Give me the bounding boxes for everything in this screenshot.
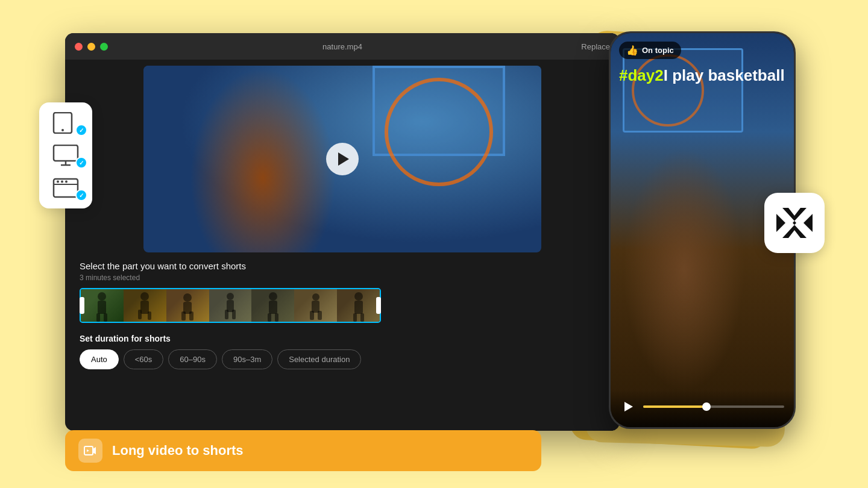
phone-play-icon — [624, 402, 633, 411]
desktop-check-badge: ✓ — [75, 157, 87, 169]
svg-rect-2 — [96, 313, 100, 322]
svg-point-29 — [61, 129, 64, 131]
duration-buttons: Auto <60s 60–90s 90s–3m Selected duratio… — [80, 349, 605, 369]
film-strip[interactable] — [80, 288, 381, 323]
close-button[interactable] — [75, 43, 83, 51]
svg-rect-25 — [354, 301, 363, 314]
svg-rect-7 — [148, 311, 151, 320]
duration-lt60-button[interactable]: <60s — [124, 349, 164, 369]
svg-rect-27 — [360, 313, 364, 322]
svg-point-37 — [65, 181, 68, 183]
hashtag-day: day2 — [627, 66, 663, 84]
capcut-badge — [764, 193, 825, 253]
svg-rect-5 — [140, 301, 149, 314]
device-browser[interactable]: ✓ — [46, 177, 85, 199]
tablet-checkmark: ✓ — [79, 127, 84, 134]
filename-label: nature.mp4 — [322, 42, 362, 51]
person-silhouette-5 — [264, 292, 282, 322]
controls-area: Select the part you want to convert shor… — [65, 252, 620, 378]
film-strip-container — [80, 288, 381, 323]
svg-rect-14 — [225, 310, 228, 319]
svg-rect-18 — [268, 313, 271, 322]
hashtag-symbol: # — [619, 66, 627, 84]
phone-on-topic-badge: 👍 On topic — [619, 42, 681, 59]
svg-rect-23 — [318, 311, 322, 320]
duration-90-3m-button[interactable]: 90s–3m — [222, 349, 272, 369]
maximize-button[interactable] — [100, 43, 108, 51]
browser-checkmark: ✓ — [79, 192, 84, 199]
capcut-logo-icon — [773, 202, 816, 244]
person-silhouette-2 — [136, 292, 154, 322]
person-silhouette-1 — [93, 292, 111, 322]
person-silhouette-3 — [178, 292, 197, 322]
svg-point-16 — [269, 292, 277, 301]
phone-play-button[interactable] — [620, 398, 637, 415]
svg-point-0 — [98, 292, 106, 301]
desktop-checkmark: ✓ — [79, 160, 84, 166]
phone-progress-handle[interactable] — [702, 402, 711, 411]
svg-rect-26 — [353, 313, 357, 322]
film-frame-7 — [337, 289, 380, 322]
film-frame-3 — [166, 289, 209, 322]
select-instruction: Select the part you want to convert shor… — [80, 261, 605, 271]
film-frame-5 — [251, 289, 294, 322]
svg-rect-19 — [275, 313, 278, 322]
svg-rect-11 — [189, 311, 193, 321]
film-handle-left[interactable] — [80, 297, 84, 314]
person-silhouette-6 — [307, 292, 324, 322]
phone-progress-fill — [643, 405, 706, 408]
svg-point-8 — [183, 293, 192, 302]
film-frame-1 — [81, 289, 124, 322]
person-silhouette-4 — [222, 292, 239, 322]
video-area — [143, 66, 541, 252]
thumbs-up-icon: 👍 — [626, 45, 638, 56]
svg-point-35 — [57, 181, 59, 183]
minimize-button[interactable] — [87, 43, 95, 51]
svg-point-24 — [354, 292, 363, 301]
svg-rect-1 — [98, 301, 106, 314]
phone-progress-bar[interactable] — [643, 405, 784, 408]
film-frame-4 — [209, 289, 252, 322]
svg-point-4 — [140, 292, 149, 301]
svg-rect-30 — [54, 145, 78, 161]
svg-rect-17 — [269, 301, 277, 314]
desktop-window: nature.mp4 Replace Select the part you w… — [65, 33, 620, 431]
device-desktop[interactable]: ✓ — [46, 145, 85, 166]
person-silhouette-7 — [350, 292, 368, 322]
film-frame-6 — [294, 289, 337, 322]
phone-player-bar — [611, 390, 794, 427]
play-icon — [338, 152, 349, 166]
replace-button[interactable]: Replace — [581, 42, 610, 51]
browser-check-badge: ✓ — [75, 189, 87, 201]
svg-point-12 — [227, 293, 234, 300]
duration-selected-button[interactable]: Selected duration — [277, 349, 361, 369]
film-handle-right[interactable] — [376, 297, 381, 314]
phone-hoop-ring — [632, 54, 704, 127]
svg-rect-3 — [104, 313, 107, 322]
play-button[interactable] — [326, 143, 359, 175]
duration-auto-button[interactable]: Auto — [80, 349, 119, 369]
svg-point-20 — [312, 293, 319, 301]
device-tablet[interactable]: ✓ — [46, 112, 85, 134]
hoop-ring — [385, 78, 493, 186]
banner-text: Long video to shorts — [112, 443, 244, 458]
minutes-selected: 3 minutes selected — [80, 274, 605, 282]
svg-rect-6 — [138, 310, 142, 319]
svg-rect-10 — [181, 311, 186, 321]
duration-label: Set duration for shorts — [80, 334, 605, 343]
banner-icon — [78, 439, 102, 463]
film-frame-2 — [124, 289, 166, 322]
device-panel: ✓ ✓ ✓ — [39, 102, 92, 208]
svg-point-36 — [61, 181, 63, 183]
video-convert-icon — [83, 443, 98, 458]
bottom-banner: Long video to shorts — [65, 430, 541, 471]
svg-rect-15 — [232, 310, 236, 319]
duration-60-90-button[interactable]: 60–90s — [168, 349, 217, 369]
title-bar: nature.mp4 Replace — [65, 33, 620, 60]
svg-rect-22 — [310, 311, 314, 320]
hashtag-rest: I play basketball — [664, 66, 785, 84]
phone-hashtag-text: #day2I play basketball — [619, 66, 785, 85]
tablet-check-badge: ✓ — [75, 124, 87, 136]
on-topic-label: On topic — [642, 46, 674, 55]
traffic-lights — [75, 43, 108, 51]
